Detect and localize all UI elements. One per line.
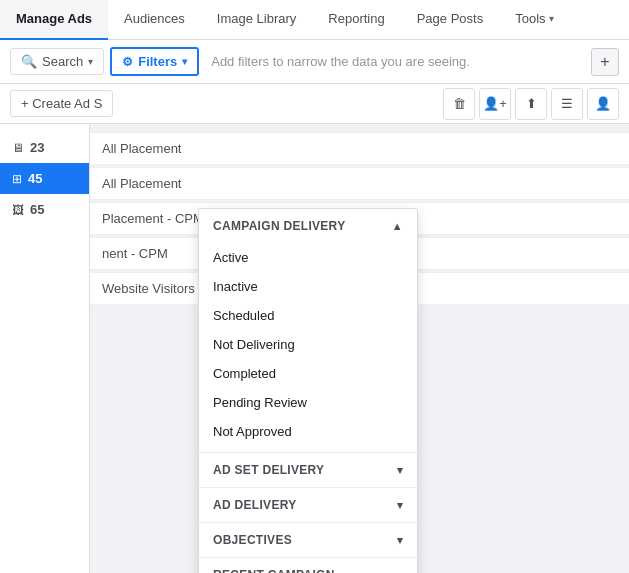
objectives-label: OBJECTIVES <box>213 533 292 547</box>
trash-icon: 🗑 <box>453 96 466 111</box>
campaign-delivery-header[interactable]: CAMPAIGN DELIVERY ▲ <box>199 209 417 243</box>
export-button[interactable]: ⬆ <box>515 88 547 120</box>
recent-campaign-changes-section: RECENT CAMPAIGN CHANGES ▾ <box>199 558 417 573</box>
filters-dropdown: CAMPAIGN DELIVERY ▲ Active Inactive Sche… <box>198 208 418 573</box>
person-button[interactable]: 👤 <box>587 88 619 120</box>
nav-audiences[interactable]: Audiences <box>108 0 201 40</box>
sidebar-count-23: 23 <box>30 140 44 155</box>
objectives-header[interactable]: OBJECTIVES ▾ <box>199 523 417 557</box>
add-filter-button[interactable]: + <box>591 48 619 76</box>
ad-delivery-label: AD DELIVERY <box>213 498 297 512</box>
table-row: All Placement <box>90 167 629 200</box>
objectives-chevron-icon: ▾ <box>397 534 403 547</box>
nav-page-posts[interactable]: Page Posts <box>401 0 500 40</box>
tools-chevron-icon: ▾ <box>549 13 554 24</box>
search-label: Search <box>42 54 83 69</box>
filter-toolbar: 🔍 Search ▾ ⚙ Filters ▾ Add filters to na… <box>0 40 629 84</box>
ad-set-delivery-header[interactable]: AD SET DELIVERY ▾ <box>199 453 417 487</box>
filter-hint-text: Add filters to narrow the data you are s… <box>211 54 585 69</box>
campaign-delivery-items: Active Inactive Scheduled Not Delivering… <box>199 243 417 452</box>
filter-completed[interactable]: Completed <box>199 359 417 388</box>
nav-manage-ads[interactable]: Manage Ads <box>0 0 108 40</box>
person-icon: 👤 <box>595 96 611 111</box>
create-ad-set-button[interactable]: + Create Ad S <box>10 90 113 117</box>
ad-set-delivery-label: AD SET DELIVERY <box>213 463 324 477</box>
export-icon: ⬆ <box>526 96 537 111</box>
objectives-section: OBJECTIVES ▾ <box>199 523 417 558</box>
filter-pending-review[interactable]: Pending Review <box>199 388 417 417</box>
recent-campaign-changes-header[interactable]: RECENT CAMPAIGN CHANGES ▾ <box>199 558 417 573</box>
create-label: + Create Ad S <box>21 96 102 111</box>
search-chevron-icon: ▾ <box>88 56 93 67</box>
action-toolbar: + Create Ad S 🗑 👤+ ⬆ ☰ 👤 <box>0 84 629 124</box>
ad-delivery-header[interactable]: AD DELIVERY ▾ <box>199 488 417 522</box>
delete-button[interactable]: 🗑 <box>443 88 475 120</box>
search-button[interactable]: 🔍 Search ▾ <box>10 48 104 75</box>
filter-not-delivering[interactable]: Not Delivering <box>199 330 417 359</box>
top-nav: Manage Ads Audiences Image Library Repor… <box>0 0 629 40</box>
add-person-icon: 👤+ <box>483 96 507 111</box>
content-area: All Placement All Placement Placement - … <box>90 124 629 573</box>
filter-sliders-icon: ⚙ <box>122 55 133 69</box>
ad-delivery-chevron-icon: ▾ <box>397 499 403 512</box>
filters-chevron-icon: ▾ <box>182 56 187 67</box>
ad-set-delivery-section: AD SET DELIVERY ▾ <box>199 453 417 488</box>
nav-image-library[interactable]: Image Library <box>201 0 312 40</box>
filters-button[interactable]: ⚙ Filters ▾ <box>110 47 199 76</box>
sidebar-item-45[interactable]: ⊞ 45 <box>0 163 89 194</box>
nav-reporting[interactable]: Reporting <box>312 0 400 40</box>
sidebar-count-45: 45 <box>28 171 42 186</box>
filters-label: Filters <box>138 54 177 69</box>
search-icon: 🔍 <box>21 54 37 69</box>
filter-scheduled[interactable]: Scheduled <box>199 301 417 330</box>
sidebar-count-65: 65 <box>30 202 44 217</box>
sidebar-item-23[interactable]: 🖥 23 <box>0 132 89 163</box>
add-person-button[interactable]: 👤+ <box>479 88 511 120</box>
campaign-delivery-section: CAMPAIGN DELIVERY ▲ Active Inactive Sche… <box>199 209 417 453</box>
filter-active[interactable]: Active <box>199 243 417 272</box>
sidebar-item-65[interactable]: 🖼 65 <box>0 194 89 225</box>
campaign-delivery-chevron-icon: ▲ <box>392 220 403 232</box>
image-icon: 🖼 <box>12 203 24 217</box>
ad-delivery-section: AD DELIVERY ▾ <box>199 488 417 523</box>
ad-set-delivery-chevron-icon: ▾ <box>397 464 403 477</box>
sidebar: 🖥 23 ⊞ 45 🖼 65 <box>0 124 90 573</box>
recent-campaign-changes-label: RECENT CAMPAIGN CHANGES <box>213 568 397 573</box>
table-row: All Placement <box>90 132 629 165</box>
campaign-delivery-label: CAMPAIGN DELIVERY <box>213 219 345 233</box>
monitor-icon: 🖥 <box>12 141 24 155</box>
main-layout: 🖥 23 ⊞ 45 🖼 65 All Placement All Placeme… <box>0 124 629 573</box>
filter-inactive[interactable]: Inactive <box>199 272 417 301</box>
columns-button[interactable]: ☰ <box>551 88 583 120</box>
filter-not-approved[interactable]: Not Approved <box>199 417 417 446</box>
grid-icon: ⊞ <box>12 172 22 186</box>
nav-tools[interactable]: Tools ▾ <box>499 0 569 40</box>
columns-icon: ☰ <box>561 96 573 111</box>
